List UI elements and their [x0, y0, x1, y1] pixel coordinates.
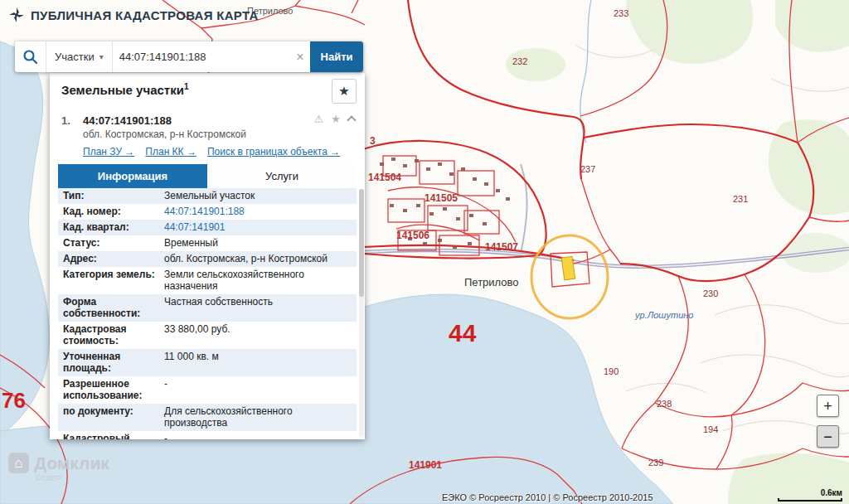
item-links: План ЗУ →План КК →Поиск в границах объек…	[83, 146, 353, 158]
map-label-block: 141504	[368, 172, 401, 183]
map-label-district: 44	[449, 319, 477, 346]
item-address: обл. Костромская, р-н Костромской	[83, 128, 353, 140]
info-value: Земли сельскохозяйственного назначения	[159, 267, 357, 294]
panel-scrollbar[interactable]	[359, 189, 364, 438]
watermark: ⌂ Домклик ©СБЕР	[8, 453, 109, 482]
info-value: -	[159, 431, 357, 439]
panel-title-text: Земельные участки	[61, 83, 184, 97]
favorite-star-icon[interactable]: ★	[331, 113, 341, 125]
tab-services[interactable]: Услуги	[207, 164, 357, 188]
house-icon: ⌂	[8, 453, 29, 473]
info-row: Форма собственности:Частная собственност…	[58, 294, 357, 322]
info-label: Кадастровый инженер:	[58, 431, 159, 439]
map-label-quarter: 232	[512, 56, 527, 66]
app-header: ПУБЛИЧНАЯ КАДАСТРОВАЯ КАРТА	[8, 7, 259, 23]
collapse-chevron-icon[interactable]	[347, 115, 356, 124]
map-label-quarter: 239	[648, 458, 663, 468]
search-icon	[22, 49, 38, 65]
info-row: Кадастровая стоимость:33 880,00 руб.	[58, 322, 357, 349]
info-value: Частная собственность	[159, 294, 357, 322]
map-label-quarter: 230	[703, 288, 718, 298]
info-label: Категория земель:	[58, 267, 159, 294]
map-label-district: 76	[2, 388, 26, 413]
panel-title-count: 1	[184, 82, 189, 91]
info-value[interactable]: 44:07:141901	[159, 220, 357, 235]
zoom-out-button[interactable]: −	[817, 425, 839, 448]
find-button[interactable]: Найти	[310, 41, 363, 72]
map-label-block: 141507	[485, 241, 518, 253]
search-category-label: Участки	[55, 51, 95, 63]
clear-search-icon[interactable]: ×	[290, 41, 310, 72]
map-label-quarter: 237	[580, 164, 595, 174]
info-label: по документу:	[58, 404, 159, 431]
zoom-in-button[interactable]: +	[817, 395, 839, 417]
watermark-brand: Домклик	[34, 453, 109, 473]
info-row: Кад. квартал:44:07:141901	[58, 220, 357, 235]
item-link[interactable]: План КК →	[145, 146, 196, 158]
item-cadastral-number: 44:07:141901:188	[83, 114, 172, 127]
info-value: -	[159, 376, 357, 404]
info-value: Для сельскохозяйственного производства	[159, 404, 357, 431]
map-label-block: 141901	[409, 459, 442, 471]
info-row: Разрешенное использование:-	[58, 376, 357, 404]
scale-label: 0.6км	[778, 488, 842, 497]
item-index: 1.	[61, 114, 83, 127]
tabs: Информация Услуги	[58, 164, 357, 188]
info-label: Адрес:	[58, 251, 159, 267]
search-bar: Участки ▾ × Найти	[15, 41, 363, 72]
info-value: 11 000 кв. м	[159, 349, 357, 376]
info-value: Временный	[159, 235, 357, 251]
info-label: Кад. квартал:	[58, 220, 159, 235]
info-label: Разрешенное использование:	[58, 376, 159, 404]
info-label: Уточненная площадь:	[58, 349, 159, 376]
info-value: обл. Костромская, р-н Костромской	[159, 251, 357, 267]
parcel-list-item[interactable]: 1. 44:07:141901:188 ⚠ ★ обл. Костромская…	[50, 104, 365, 158]
watermark-sub: ©СБЕР	[36, 474, 109, 482]
item-link[interactable]: План ЗУ →	[83, 146, 134, 158]
chevron-down-icon: ▾	[99, 52, 104, 61]
info-row: Статус:Временный	[58, 235, 357, 251]
search-icon-button[interactable]	[15, 41, 46, 72]
info-row: Категория земель:Земли сельскохозяйствен…	[58, 267, 357, 294]
results-panel: Земельные участки1 ★ 1. 44:07:141901:188…	[50, 73, 365, 439]
info-label: Тип:	[58, 188, 159, 204]
info-value: 33 880,00 руб.	[159, 322, 357, 349]
map-label-quarter: 233	[614, 8, 628, 18]
zoom-controls: + −	[817, 395, 839, 448]
info-label: Статус:	[58, 235, 159, 251]
map-label-quarter: 194	[703, 424, 718, 434]
item-link[interactable]: Поиск в границах объекта →	[207, 146, 340, 158]
info-row: Кад. номер:44:07:141901:188	[58, 204, 357, 220]
warning-icon[interactable]: ⚠	[314, 113, 324, 125]
info-row: Уточненная площадь:11 000 кв. м	[58, 349, 357, 376]
info-value[interactable]: 44:07:141901:188	[159, 204, 357, 220]
star-icon: ★	[338, 84, 349, 99]
search-category-dropdown[interactable]: Участки ▾	[46, 41, 113, 72]
map-label-block: 141505	[424, 192, 458, 204]
panel-header: Земельные участки1 ★	[50, 73, 365, 104]
info-label: Кад. номер:	[58, 204, 159, 220]
search-input[interactable]	[113, 41, 290, 72]
map-label-block: 3	[370, 135, 376, 147]
map-label-block: 141506	[396, 230, 429, 241]
page-title: ПУБЛИЧНАЯ КАДАСТРОВАЯ КАРТА	[31, 8, 259, 22]
map-label-quarter: 231	[733, 194, 748, 204]
map-label-village: Петрилово	[464, 276, 519, 288]
favorites-button[interactable]: ★	[332, 79, 357, 104]
pkk-logo-icon	[8, 7, 25, 23]
panel-title: Земельные участки1	[61, 83, 188, 97]
info-row: по документу:Для сельскохозяйственного п…	[58, 404, 357, 431]
scrollbar-thumb[interactable]	[359, 189, 364, 297]
map-attribution: ЕЭКО © Росреестр 2010 | © Росреестр 2010…	[442, 492, 653, 502]
tab-information[interactable]: Информация	[58, 164, 207, 188]
info-table: Тип:Земельный участокКад. номер:44:07:14…	[58, 188, 357, 439]
info-value: Земельный участок	[159, 188, 357, 204]
info-label: Кадастровая стоимость:	[58, 322, 159, 349]
info-label: Форма собственности:	[58, 294, 159, 322]
map-label-tract: ур.Лошутино	[634, 310, 693, 320]
map-scale: 0.6км	[778, 488, 842, 502]
info-row: Кадастровый инженер:-	[58, 431, 357, 439]
map-label-quarter: 190	[604, 366, 619, 376]
scale-bar	[778, 498, 842, 502]
info-row: Тип:Земельный участок	[58, 188, 357, 204]
